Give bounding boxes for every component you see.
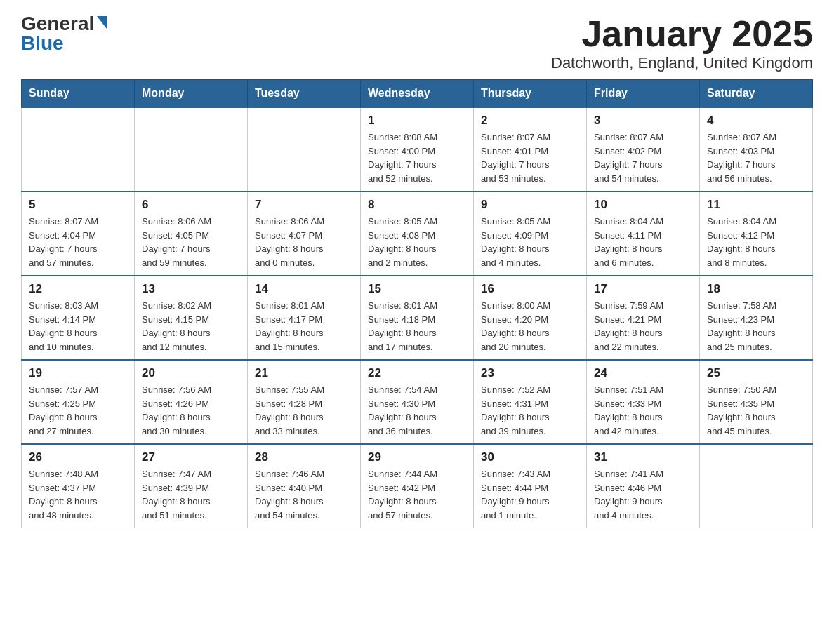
day-number: 12 — [29, 282, 127, 296]
day-info: Sunrise: 8:05 AM Sunset: 4:09 PM Dayligh… — [481, 215, 579, 269]
calendar-cell: 18Sunrise: 7:58 AM Sunset: 4:23 PM Dayli… — [700, 276, 813, 360]
day-number: 6 — [142, 198, 240, 212]
header-cell-monday: Monday — [135, 80, 248, 108]
day-info: Sunrise: 7:44 AM Sunset: 4:42 PM Dayligh… — [368, 467, 466, 522]
day-info: Sunrise: 8:08 AM Sunset: 4:00 PM Dayligh… — [368, 130, 466, 185]
calendar-cell: 2Sunrise: 8:07 AM Sunset: 4:01 PM Daylig… — [474, 107, 587, 192]
day-number: 26 — [29, 450, 127, 464]
calendar-cell: 23Sunrise: 7:52 AM Sunset: 4:31 PM Dayli… — [474, 360, 587, 444]
calendar-cell: 26Sunrise: 7:48 AM Sunset: 4:37 PM Dayli… — [22, 444, 135, 528]
header-cell-wednesday: Wednesday — [361, 80, 474, 108]
day-number: 14 — [255, 282, 353, 296]
day-number: 31 — [594, 450, 692, 464]
calendar-cell: 19Sunrise: 7:57 AM Sunset: 4:25 PM Dayli… — [22, 360, 135, 444]
day-number: 15 — [368, 282, 466, 296]
calendar-cell: 24Sunrise: 7:51 AM Sunset: 4:33 PM Dayli… — [587, 360, 700, 444]
calendar-cell: 21Sunrise: 7:55 AM Sunset: 4:28 PM Dayli… — [248, 360, 361, 444]
calendar-cell: 14Sunrise: 8:01 AM Sunset: 4:17 PM Dayli… — [248, 276, 361, 360]
day-info: Sunrise: 7:57 AM Sunset: 4:25 PM Dayligh… — [29, 383, 127, 438]
calendar-cell: 4Sunrise: 8:07 AM Sunset: 4:03 PM Daylig… — [700, 107, 813, 192]
calendar-cell: 25Sunrise: 7:50 AM Sunset: 4:35 PM Dayli… — [700, 360, 813, 444]
day-info: Sunrise: 7:54 AM Sunset: 4:30 PM Dayligh… — [368, 383, 466, 438]
calendar-cell: 15Sunrise: 8:01 AM Sunset: 4:18 PM Dayli… — [361, 276, 474, 360]
day-info: Sunrise: 7:55 AM Sunset: 4:28 PM Dayligh… — [255, 383, 353, 438]
calendar-cell: 16Sunrise: 8:00 AM Sunset: 4:20 PM Dayli… — [474, 276, 587, 360]
page-subtitle: Datchworth, England, United Kingdom — [551, 54, 813, 72]
calendar-cell: 12Sunrise: 8:03 AM Sunset: 4:14 PM Dayli… — [22, 276, 135, 360]
calendar-week-5: 26Sunrise: 7:48 AM Sunset: 4:37 PM Dayli… — [22, 444, 813, 528]
calendar-week-3: 12Sunrise: 8:03 AM Sunset: 4:14 PM Dayli… — [22, 276, 813, 360]
day-number: 30 — [481, 450, 579, 464]
calendar-cell: 29Sunrise: 7:44 AM Sunset: 4:42 PM Dayli… — [361, 444, 474, 528]
logo-general: General — [21, 14, 94, 34]
day-info: Sunrise: 8:00 AM Sunset: 4:20 PM Dayligh… — [481, 299, 579, 354]
day-number: 24 — [594, 366, 692, 380]
calendar-cell: 17Sunrise: 7:59 AM Sunset: 4:21 PM Dayli… — [587, 276, 700, 360]
day-info: Sunrise: 8:04 AM Sunset: 4:12 PM Dayligh… — [707, 215, 805, 269]
day-info: Sunrise: 8:07 AM Sunset: 4:01 PM Dayligh… — [481, 130, 579, 185]
day-info: Sunrise: 8:07 AM Sunset: 4:02 PM Dayligh… — [594, 130, 692, 185]
page-title: January 2025 — [551, 14, 813, 54]
day-info: Sunrise: 7:50 AM Sunset: 4:35 PM Dayligh… — [707, 383, 805, 438]
day-number: 17 — [594, 282, 692, 296]
day-number: 25 — [707, 366, 805, 380]
day-info: Sunrise: 8:02 AM Sunset: 4:15 PM Dayligh… — [142, 299, 240, 354]
day-number: 5 — [29, 198, 127, 212]
calendar-cell: 27Sunrise: 7:47 AM Sunset: 4:39 PM Dayli… — [135, 444, 248, 528]
day-info: Sunrise: 8:03 AM Sunset: 4:14 PM Dayligh… — [29, 299, 127, 354]
day-info: Sunrise: 7:58 AM Sunset: 4:23 PM Dayligh… — [707, 299, 805, 354]
calendar-week-1: 1Sunrise: 8:08 AM Sunset: 4:00 PM Daylig… — [22, 107, 813, 192]
day-info: Sunrise: 7:47 AM Sunset: 4:39 PM Dayligh… — [142, 467, 240, 522]
day-number: 18 — [707, 282, 805, 296]
day-info: Sunrise: 7:48 AM Sunset: 4:37 PM Dayligh… — [29, 467, 127, 522]
day-number: 19 — [29, 366, 127, 380]
logo-triangle-icon — [97, 16, 107, 29]
header-cell-friday: Friday — [587, 80, 700, 108]
day-number: 13 — [142, 282, 240, 296]
day-info: Sunrise: 8:05 AM Sunset: 4:08 PM Dayligh… — [368, 215, 466, 269]
day-number: 16 — [481, 282, 579, 296]
day-info: Sunrise: 8:06 AM Sunset: 4:05 PM Dayligh… — [142, 215, 240, 269]
calendar-cell: 6Sunrise: 8:06 AM Sunset: 4:05 PM Daylig… — [135, 192, 248, 276]
calendar-table: SundayMondayTuesdayWednesdayThursdayFrid… — [21, 79, 813, 528]
day-info: Sunrise: 8:01 AM Sunset: 4:17 PM Dayligh… — [255, 299, 353, 354]
calendar-body: 1Sunrise: 8:08 AM Sunset: 4:00 PM Daylig… — [22, 107, 813, 528]
day-number: 8 — [368, 198, 466, 212]
day-info: Sunrise: 7:52 AM Sunset: 4:31 PM Dayligh… — [481, 383, 579, 438]
calendar-cell: 31Sunrise: 7:41 AM Sunset: 4:46 PM Dayli… — [587, 444, 700, 528]
calendar-cell: 9Sunrise: 8:05 AM Sunset: 4:09 PM Daylig… — [474, 192, 587, 276]
day-number: 3 — [594, 114, 692, 128]
day-info: Sunrise: 7:41 AM Sunset: 4:46 PM Dayligh… — [594, 467, 692, 522]
calendar-cell: 11Sunrise: 8:04 AM Sunset: 4:12 PM Dayli… — [700, 192, 813, 276]
calendar-cell — [700, 444, 813, 528]
day-info: Sunrise: 8:07 AM Sunset: 4:03 PM Dayligh… — [707, 130, 805, 185]
day-info: Sunrise: 7:43 AM Sunset: 4:44 PM Dayligh… — [481, 467, 579, 522]
day-info: Sunrise: 8:01 AM Sunset: 4:18 PM Dayligh… — [368, 299, 466, 354]
day-number: 7 — [255, 198, 353, 212]
title-block: January 2025 Datchworth, England, United… — [551, 14, 813, 72]
calendar-cell — [248, 107, 361, 192]
day-number: 27 — [142, 450, 240, 464]
day-info: Sunrise: 7:46 AM Sunset: 4:40 PM Dayligh… — [255, 467, 353, 522]
header-row: SundayMondayTuesdayWednesdayThursdayFrid… — [22, 80, 813, 108]
day-number: 11 — [707, 198, 805, 212]
day-number: 29 — [368, 450, 466, 464]
day-info: Sunrise: 7:59 AM Sunset: 4:21 PM Dayligh… — [594, 299, 692, 354]
day-number: 10 — [594, 198, 692, 212]
header-cell-tuesday: Tuesday — [248, 80, 361, 108]
calendar-cell: 30Sunrise: 7:43 AM Sunset: 4:44 PM Dayli… — [474, 444, 587, 528]
day-number: 28 — [255, 450, 353, 464]
day-info: Sunrise: 7:56 AM Sunset: 4:26 PM Dayligh… — [142, 383, 240, 438]
calendar-cell: 20Sunrise: 7:56 AM Sunset: 4:26 PM Dayli… — [135, 360, 248, 444]
day-number: 4 — [707, 114, 805, 128]
day-info: Sunrise: 8:07 AM Sunset: 4:04 PM Dayligh… — [29, 215, 127, 269]
day-number: 20 — [142, 366, 240, 380]
header-cell-sunday: Sunday — [22, 80, 135, 108]
calendar-cell: 8Sunrise: 8:05 AM Sunset: 4:08 PM Daylig… — [361, 192, 474, 276]
logo-blue: Blue — [21, 34, 64, 53]
header-cell-saturday: Saturday — [700, 80, 813, 108]
calendar-cell: 7Sunrise: 8:06 AM Sunset: 4:07 PM Daylig… — [248, 192, 361, 276]
calendar-cell — [135, 107, 248, 192]
header-cell-thursday: Thursday — [474, 80, 587, 108]
calendar-cell: 10Sunrise: 8:04 AM Sunset: 4:11 PM Dayli… — [587, 192, 700, 276]
